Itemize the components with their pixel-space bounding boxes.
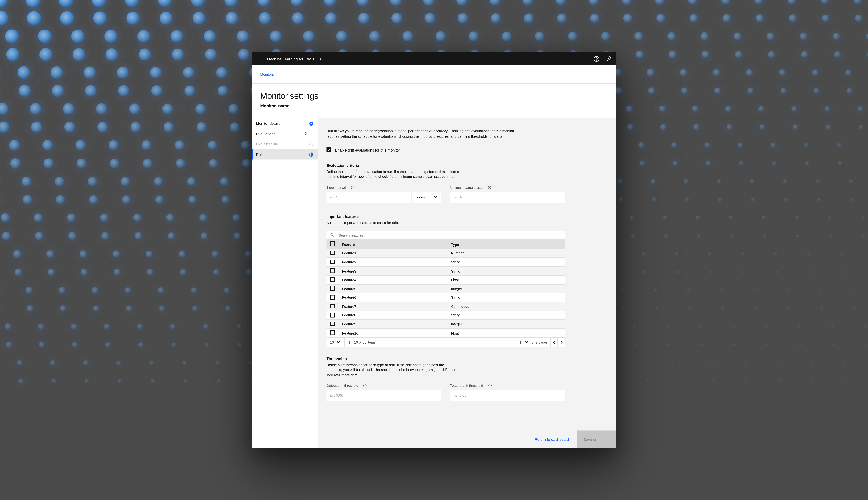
row-checkbox[interactable] [327, 258, 338, 266]
table-row[interactable]: Feature6String [327, 293, 565, 302]
page-select[interactable]: 1 of 2 pages [516, 338, 550, 347]
save-drift-button[interactable]: Save drift [578, 431, 616, 448]
user-icon[interactable] [606, 55, 613, 62]
page-title: Monitor settings [260, 91, 608, 101]
table-row[interactable]: Feature10Float [327, 329, 565, 338]
feature-threshold-input[interactable] [450, 390, 565, 401]
min-sample-input[interactable] [450, 192, 565, 204]
row-feature: Feature4 [338, 275, 447, 284]
row-type: String [447, 266, 565, 275]
row-checkbox[interactable] [327, 249, 338, 258]
info-icon[interactable] [487, 185, 491, 190]
table-row[interactable]: Feature7Continuous [327, 302, 565, 311]
panel-footer: Return to dashboard Save drift [526, 431, 616, 448]
type-col-header: Type [447, 240, 565, 249]
sidebar-item-label: Drift [256, 152, 309, 157]
row-checkbox[interactable] [327, 284, 338, 293]
important-features-desc: Select the important features to score f… [327, 220, 565, 225]
row-feature: Feature3 [338, 266, 447, 275]
table-row[interactable]: Feature2String [327, 258, 565, 266]
row-type: String [447, 311, 565, 320]
breadcrumb-separator: / [275, 72, 276, 76]
pager-range: 1 – 10 of 20 items [345, 341, 516, 344]
features-search-input[interactable] [338, 233, 561, 238]
sidebar-item-drift[interactable]: Drift [252, 149, 318, 160]
sidebar-item-monitor-details[interactable]: Monitor details [252, 118, 318, 129]
pager-prev[interactable] [550, 338, 557, 347]
settings-sidebar: Monitor detailsEvaluationsExplainability… [252, 118, 318, 448]
features-search[interactable] [327, 231, 565, 240]
time-unit-value: hours [416, 195, 425, 199]
chevron-down-icon [336, 340, 341, 345]
row-type: Integer [447, 284, 565, 293]
row-checkbox[interactable] [327, 266, 338, 275]
per-page-select[interactable]: 10 [327, 338, 345, 347]
sidebar-item-label: Evaluations [256, 132, 302, 136]
svg-point-16 [490, 385, 490, 385]
svg-point-2 [608, 56, 610, 59]
drift-description: Drift allows you to monitor for degradat… [327, 128, 521, 139]
enable-drift-checkbox[interactable] [327, 147, 331, 152]
info-icon[interactable] [488, 384, 492, 387]
return-dashboard-link[interactable]: Return to dashboard [526, 431, 578, 448]
drift-settings-panel: Drift allows you to monitor for degradat… [318, 118, 616, 448]
page-subtitle: Monitor_name [260, 104, 608, 108]
help-icon[interactable] [593, 55, 600, 62]
svg-point-14 [365, 385, 365, 385]
chevron-down-icon [524, 340, 529, 345]
sidebar-status-icon [309, 131, 314, 136]
row-checkbox[interactable] [327, 320, 338, 329]
sidebar-item-label: Monitor details [256, 121, 309, 126]
svg-point-12 [331, 234, 333, 236]
pager-next[interactable] [557, 338, 565, 347]
row-checkbox[interactable] [327, 275, 338, 284]
info-icon[interactable] [351, 185, 355, 190]
time-interval-input[interactable] [327, 192, 412, 204]
table-row[interactable]: Feature1Number [327, 249, 565, 258]
row-checkbox[interactable] [327, 302, 338, 311]
row-feature: Feature6 [338, 293, 447, 302]
row-feature: Feature1 [338, 249, 447, 258]
output-threshold-input[interactable] [327, 390, 442, 401]
important-features-heading: Important features [327, 214, 565, 218]
svg-point-6 [309, 142, 313, 146]
row-feature: Feature8 [338, 311, 447, 320]
sidebar-item-explainability[interactable]: Explainability [252, 139, 318, 149]
thresholds-heading: Thresholds [327, 356, 565, 361]
info-icon[interactable] [305, 132, 309, 136]
feature-threshold-label: Feature drift threshold [450, 384, 483, 387]
sidebar-status-icon [309, 141, 314, 146]
row-feature: Feature5 [338, 284, 447, 293]
sidebar-item-evaluations[interactable]: Evaluations [252, 128, 318, 139]
table-row[interactable]: Feature3String [327, 266, 565, 275]
features-table-wrap: Feature Type Feature1NumberFeature2Strin… [327, 231, 565, 347]
search-icon [330, 233, 334, 238]
svg-point-11 [489, 186, 490, 187]
row-checkbox[interactable] [327, 293, 338, 302]
thresholds-desc: Define alert thresholds for each type of… [327, 363, 460, 378]
enable-drift-row[interactable]: Enable drift evaluations for this monito… [327, 147, 565, 152]
app-header: Machine Learning for IBM z/OS [252, 52, 616, 65]
row-checkbox[interactable] [327, 311, 338, 320]
row-feature: Feature7 [338, 302, 447, 311]
hamburger-icon[interactable] [256, 56, 262, 61]
features-pager: 10 1 – 10 of 20 items 1 of 2 pages [327, 338, 565, 347]
row-checkbox[interactable] [327, 329, 338, 338]
table-row[interactable]: Feature8String [327, 311, 565, 320]
table-row[interactable]: Feature5Integer [327, 284, 565, 293]
info-icon[interactable] [363, 384, 367, 387]
feature-col-header: Feature [338, 240, 447, 249]
row-type: String [447, 293, 565, 302]
time-unit-select[interactable]: hours [412, 192, 441, 204]
table-row[interactable]: Feature9Integer [327, 320, 565, 329]
select-all-header[interactable] [327, 240, 338, 249]
row-type: Number [447, 249, 565, 258]
table-row[interactable]: Feature4Float [327, 275, 565, 284]
product-title: Machine Learning for IBM z/OS [267, 56, 321, 61]
page-value: 1 [519, 341, 522, 344]
breadcrumb-root[interactable]: Monitors [260, 72, 274, 76]
row-feature: Feature10 [338, 329, 447, 338]
of-pages: of 2 pages [532, 341, 548, 344]
page-title-block: Monitor settings Monitor_name [252, 83, 616, 118]
row-type: String [447, 258, 565, 266]
